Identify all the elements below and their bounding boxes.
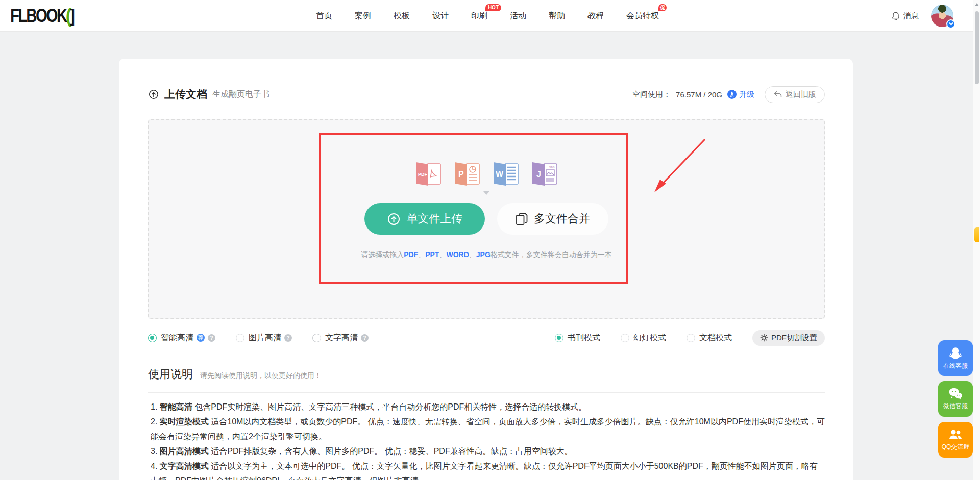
- gear-icon: [760, 334, 768, 342]
- upload-hint: 请选择或拖入PDF、PPT、WORD、JPG格式文件，多文件将会自动合并为一本: [361, 250, 612, 260]
- scrollbar-up-arrow-icon[interactable]: [975, 3, 979, 6]
- vip-badge-icon: [946, 19, 955, 29]
- radio-document-mode[interactable]: [687, 334, 695, 342]
- instruction-item: 3. 图片高清模式 适合PDF排版复杂，含有人像、图片多的PDF。 优点：稳妥、…: [151, 444, 825, 459]
- caret-down-icon: [483, 191, 489, 195]
- bell-icon: [891, 11, 900, 21]
- svg-text:J: J: [536, 170, 541, 179]
- qq-group-label: QQ交流群: [942, 443, 970, 451]
- nav-item-tutorials[interactable]: 教程: [587, 11, 604, 21]
- scrollbar-thumb[interactable]: [975, 11, 979, 84]
- word-file-icon: W: [492, 162, 520, 186]
- nav-item-print[interactable]: 印刷HOT: [471, 11, 487, 21]
- space-usage-value: 76.57M / 20G: [676, 90, 722, 99]
- quality-option-text[interactable]: 文字高清 ?: [312, 333, 369, 343]
- help-icon[interactable]: ?: [361, 334, 369, 342]
- single-upload-label: 单文件上传: [407, 211, 463, 226]
- instructions-list: 1. 智能高清 包含PDF实时渲染、图片高清、文字高清三种模式，平台自动分析您的…: [151, 399, 825, 480]
- nav-item-cases[interactable]: 案例: [355, 11, 371, 21]
- pdf-cut-settings-label: PDF切割设置: [771, 333, 817, 343]
- hot-badge: HOT: [485, 4, 501, 11]
- format-word: WORD: [446, 250, 469, 259]
- qq-icon: [948, 346, 963, 360]
- quality-smart-label: 智能高清: [161, 333, 193, 343]
- space-usage-area: 空间使用： 76.57M / 20G 升级 返回旧版: [632, 86, 825, 103]
- nav-item-vip[interactable]: 会员特权促: [626, 11, 659, 21]
- mode-option-slide[interactable]: 幻灯模式: [621, 333, 666, 343]
- instructions-subtitle: 请先阅读使用说明，以便更好的使用！: [200, 371, 322, 381]
- space-usage-label: 空间使用：: [632, 90, 671, 99]
- wechat-support-label: 微信客服: [943, 402, 968, 411]
- upgrade-link[interactable]: 升级: [727, 90, 754, 99]
- nav-item-templates[interactable]: 模板: [394, 11, 410, 21]
- help-icon[interactable]: ?: [284, 334, 292, 342]
- help-icon[interactable]: ?: [208, 334, 215, 342]
- ppt-file-icon: P: [453, 162, 481, 186]
- mode-option-document[interactable]: 文档模式: [687, 333, 732, 343]
- flbook-logo[interactable]: FLBOOK ( ]: [10, 5, 75, 27]
- top-header: FLBOOK ( ] 首页 案例 模板 设计 印刷HOT 活动 帮助 教程 会员…: [0, 0, 980, 32]
- back-to-old-button[interactable]: 返回旧版: [765, 86, 825, 103]
- upgrade-label: 升级: [739, 90, 754, 99]
- rocket-icon: [727, 90, 737, 99]
- svg-text:JPG: JPG: [549, 166, 555, 169]
- user-avatar[interactable]: [931, 5, 953, 27]
- qq-group-button[interactable]: QQ交流群: [938, 422, 973, 458]
- mode-document-label: 文档模式: [699, 333, 732, 343]
- pdf-file-icon: PDF: [414, 162, 443, 186]
- nav-item-design[interactable]: 设计: [432, 11, 449, 21]
- page-title: 上传文档: [164, 87, 207, 102]
- mode-slide-label: 幻灯模式: [633, 333, 666, 343]
- main-nav: 首页 案例 模板 设计 印刷HOT 活动 帮助 教程 会员特权促: [316, 0, 659, 32]
- upload-buttons: 单文件上传 多文件合并: [364, 203, 608, 235]
- online-support-button[interactable]: 在线客服: [938, 340, 973, 376]
- format-ppt: PPT: [425, 250, 439, 259]
- section-divider: [148, 392, 825, 393]
- instruction-item: 4. 文字高清模式 适合以文字为主，文本可选中的PDF。 优点：文字矢量化，比图…: [151, 459, 825, 480]
- logo-text: FLBOOK: [10, 5, 66, 27]
- conversion-options: 智能高清 荐 ? 图片高清 ? 文字高清 ? 书刊模式 幻灯模式: [148, 330, 825, 346]
- messages-button[interactable]: 消息: [891, 11, 919, 21]
- quality-option-image[interactable]: 图片高清 ?: [236, 333, 292, 343]
- group-icon: [948, 428, 963, 441]
- multi-merge-button[interactable]: 多文件合并: [497, 203, 608, 235]
- side-widget-peek[interactable]: [974, 227, 979, 242]
- upload-dropzone[interactable]: PDF P W JPG J: [148, 119, 825, 319]
- quality-text-label: 文字高清: [325, 333, 358, 343]
- radio-image-hd[interactable]: [236, 334, 244, 342]
- upload-cloud-icon: [148, 89, 159, 100]
- recommended-badge: 荐: [197, 334, 205, 342]
- wechat-support-button[interactable]: 微信客服: [938, 381, 973, 417]
- radio-smart-hd[interactable]: [148, 334, 157, 342]
- quality-option-smart[interactable]: 智能高清 荐 ?: [148, 333, 215, 343]
- pdf-cut-settings-button[interactable]: PDF切割设置: [752, 330, 825, 346]
- logo-bracket: ]: [70, 6, 75, 26]
- merge-files-icon: [516, 212, 528, 225]
- single-upload-button[interactable]: 单文件上传: [364, 203, 485, 235]
- jpg-file-icon: JPG J: [530, 162, 559, 186]
- nav-item-help[interactable]: 帮助: [549, 11, 565, 21]
- nav-item-home[interactable]: 首页: [316, 11, 332, 21]
- format-pdf: PDF: [404, 250, 418, 259]
- promo-badge: 促: [658, 4, 667, 11]
- multi-merge-label: 多文件合并: [534, 211, 590, 226]
- format-jpg: JPG: [476, 250, 491, 259]
- wechat-icon: [948, 387, 963, 400]
- radio-book-mode[interactable]: [555, 334, 564, 342]
- page-subtitle: 生成翻页电子书: [212, 89, 270, 100]
- upload-icon: [387, 212, 401, 226]
- instructions-header: 使用说明 请先阅读使用说明，以便更好的使用！: [148, 367, 322, 382]
- nav-item-activities[interactable]: 活动: [510, 11, 526, 21]
- online-support-label: 在线客服: [943, 362, 968, 370]
- svg-text:W: W: [496, 170, 504, 179]
- radio-text-hd[interactable]: [312, 334, 321, 342]
- svg-text:PDF: PDF: [418, 172, 428, 177]
- mode-option-book[interactable]: 书刊模式: [555, 333, 600, 343]
- instruction-item: 1. 智能高清 包含PDF实时渲染、图片高清、文字高清三种模式，平台自动分析您的…: [151, 399, 825, 414]
- instructions-title: 使用说明: [148, 367, 193, 382]
- back-arrow-icon: [773, 91, 782, 98]
- radio-slide-mode[interactable]: [621, 334, 629, 342]
- header-right: 消息: [891, 0, 953, 32]
- display-mode-options: 书刊模式 幻灯模式 文档模式 PDF切割设置: [555, 330, 825, 346]
- svg-text:P: P: [458, 170, 464, 179]
